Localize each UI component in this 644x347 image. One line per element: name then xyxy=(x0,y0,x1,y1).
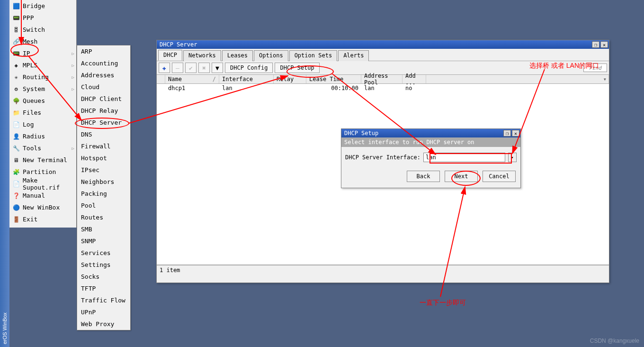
menu-label: MPLS xyxy=(23,62,72,69)
main-menu-switch[interactable]: 🎛Switch xyxy=(9,24,76,36)
submenu-tftp[interactable]: TFTP xyxy=(77,283,130,294)
submenu-ipsec[interactable]: IPsec xyxy=(77,164,130,176)
menu-icon: 🔧 xyxy=(12,145,20,152)
submenu-web-proxy[interactable]: Web Proxy xyxy=(77,318,130,330)
table-row[interactable]: dhcp1 lan 00:10:00 lan no xyxy=(157,84,609,92)
next-button[interactable]: Next xyxy=(445,171,478,182)
menu-icon: 📟 xyxy=(12,50,20,57)
submenu-routes[interactable]: Routes xyxy=(77,211,130,223)
tab-option-sets[interactable]: Option Sets xyxy=(289,50,337,61)
window-close-button[interactable]: ✕ xyxy=(600,41,608,48)
main-menu-routing[interactable]: ✳Routing▷ xyxy=(9,71,76,83)
submenu-accounting[interactable]: Accounting xyxy=(77,57,130,69)
main-menu-system[interactable]: ⚙System▷ xyxy=(9,83,76,95)
submenu-packing[interactable]: Packing xyxy=(77,188,130,200)
submenu-pool[interactable]: Pool xyxy=(77,200,130,211)
menu-icon: ✳ xyxy=(12,73,20,81)
main-menu-log[interactable]: 📄Log xyxy=(9,119,76,130)
winbox-title-strip: erOS WinBox xyxy=(0,0,9,347)
menu-label: New Terminal xyxy=(23,156,74,164)
window-restore-button[interactable]: ❐ xyxy=(592,41,599,48)
main-menu-tools[interactable]: 🔧Tools▷ xyxy=(9,142,76,154)
submenu-services[interactable]: Services xyxy=(77,247,130,259)
submenu-dhcp-server[interactable]: DHCP Server xyxy=(77,117,130,128)
tab-dhcp[interactable]: DHCP xyxy=(158,50,182,61)
main-menu-new-terminal[interactable]: 🖥New Terminal xyxy=(9,154,76,166)
setup-title: DHCP Setup xyxy=(344,130,502,137)
submenu-hotspot[interactable]: Hotspot xyxy=(77,152,130,164)
main-menu-ppp[interactable]: 📟PPP xyxy=(9,12,76,24)
setup-restore-button[interactable]: ❐ xyxy=(503,130,511,137)
tab-leases[interactable]: Leases xyxy=(222,50,253,61)
col-spacer[interactable]: ▾ xyxy=(426,75,609,83)
main-menu-make-supout-rif[interactable]: 📄Make Supout.rif xyxy=(9,178,76,190)
dhcp-titlebar[interactable]: DHCP Server ❐ ✕ xyxy=(157,40,609,49)
chevron-right-icon: ▷ xyxy=(72,63,74,68)
main-menu-ip[interactable]: 📟IP▷ xyxy=(9,47,76,59)
setup-titlebar[interactable]: DHCP Setup ❐ ✕ xyxy=(341,129,520,137)
disable-button[interactable]: ✖ xyxy=(198,63,210,73)
cancel-button[interactable]: Cancel xyxy=(483,171,516,182)
setup-interface-label: DHCP Server Interface: xyxy=(345,154,420,161)
dhcp-config-button[interactable]: DHCP Config xyxy=(225,63,273,73)
submenu-arp[interactable]: ARP xyxy=(77,46,130,57)
submenu-snmp[interactable]: SNMP xyxy=(77,235,130,247)
main-menu-files[interactable]: 📁Files xyxy=(9,107,76,119)
dhcp-setup-button[interactable]: DHCP Setup xyxy=(275,63,319,73)
submenu-addresses[interactable]: Addresses xyxy=(77,69,130,81)
setup-interface-dropdown[interactable]: ▾ xyxy=(508,153,517,162)
main-menu-new-winbox[interactable]: 🔵New WinBox xyxy=(9,201,76,213)
menu-label: Partition xyxy=(23,168,74,175)
col-relay[interactable]: Relay xyxy=(274,75,306,83)
col-add[interactable]: Add ... xyxy=(402,75,426,83)
submenu-smb[interactable]: SMB xyxy=(77,223,130,235)
submenu-traffic-flow[interactable]: Traffic Flow xyxy=(77,294,130,306)
menu-label: New WinBox xyxy=(23,204,74,211)
submenu-upnp[interactable]: UPnP xyxy=(77,306,130,318)
main-menu-mpls[interactable]: ◈MPLS▷ xyxy=(9,59,76,71)
menu-label: Files xyxy=(23,109,74,116)
enable-button[interactable]: ✔ xyxy=(185,63,197,73)
menu-label: Switch xyxy=(23,26,74,33)
menu-label: Queues xyxy=(23,97,74,104)
main-menu-partition[interactable]: 🧩Partition xyxy=(9,166,76,178)
main-menu-exit[interactable]: 🚪Exit xyxy=(9,213,76,225)
menu-label: Tools xyxy=(23,145,72,152)
submenu-neighbors[interactable]: Neighbors xyxy=(77,176,130,188)
setup-close-button[interactable]: ✕ xyxy=(512,130,519,137)
col-lease[interactable]: Lease Time xyxy=(306,75,361,83)
submenu-dns[interactable]: DNS xyxy=(77,128,130,140)
submenu-dhcp-relay[interactable]: DHCP Relay xyxy=(77,105,130,117)
main-menu-manual[interactable]: ❓Manual xyxy=(9,190,76,201)
submenu-dhcp-client[interactable]: DHCP Client xyxy=(77,93,130,105)
tab-alerts[interactable]: Alerts xyxy=(338,50,369,61)
col-interface[interactable]: Interface xyxy=(219,75,274,83)
submenu-cloud[interactable]: Cloud xyxy=(77,81,130,93)
find-input[interactable]: Find xyxy=(583,64,607,72)
col-name[interactable]: Name/ xyxy=(165,75,219,83)
submenu-settings[interactable]: Settings xyxy=(77,259,130,271)
setup-interface-input[interactable] xyxy=(423,153,505,162)
menu-icon: 🌳 xyxy=(12,97,20,105)
menu-label: Exit xyxy=(23,216,74,223)
menu-icon: 📁 xyxy=(12,109,20,117)
col-flag[interactable] xyxy=(157,75,165,83)
menu-icon: 📟 xyxy=(12,14,20,22)
menu-icon: ⚙ xyxy=(12,85,20,93)
dhcp-table-header: Name/ Interface Relay Lease Time Address… xyxy=(157,75,609,84)
main-menu-mesh[interactable]: 🔗Mesh xyxy=(9,36,76,47)
back-button[interactable]: Back xyxy=(407,171,440,182)
add-button[interactable]: ✚ xyxy=(159,63,170,73)
submenu-socks[interactable]: Socks xyxy=(77,271,130,283)
menu-label: Mesh xyxy=(23,38,74,45)
remove-button[interactable]: — xyxy=(172,63,183,73)
tab-options[interactable]: Options xyxy=(254,50,288,61)
tab-networks[interactable]: Networks xyxy=(183,50,221,61)
filter-button[interactable]: ▼ xyxy=(212,63,223,73)
main-menu-bridge[interactable]: 🟦Bridge xyxy=(9,0,76,12)
menu-icon: 📄 xyxy=(12,180,20,188)
main-menu-queues[interactable]: 🌳Queues xyxy=(9,95,76,107)
submenu-firewall[interactable]: Firewall xyxy=(77,140,130,152)
main-menu-radius[interactable]: 👤Radius xyxy=(9,130,76,142)
col-pool[interactable]: Address Pool xyxy=(361,75,402,83)
